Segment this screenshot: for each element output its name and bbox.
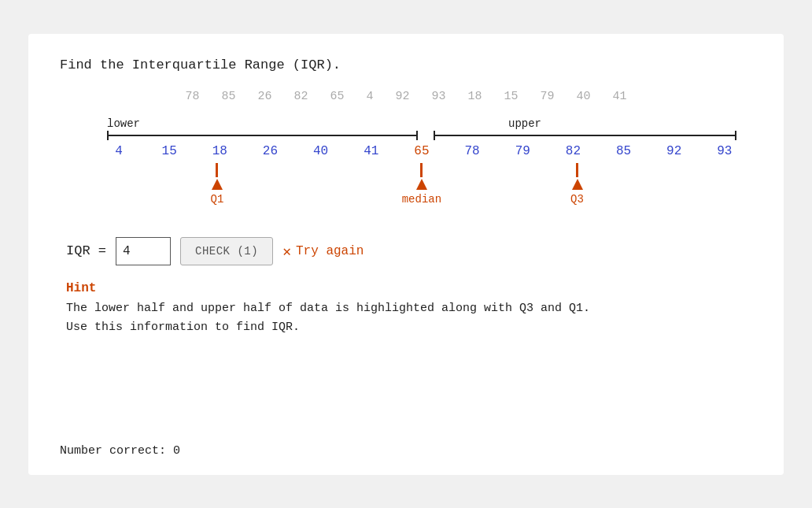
sorted-numbers-row: 4151826404165787982859293 [107, 144, 736, 158]
upper-line [434, 135, 736, 136]
arrow-label-9: Q3 [570, 193, 584, 206]
unsorted-num: 40 [577, 90, 591, 103]
iqr-row: IQR = CHECK (1) ✕ Try again [66, 237, 752, 265]
arrow-item-9: Q3 [566, 163, 589, 206]
arrow-stem-9 [576, 163, 578, 177]
try-again-container: ✕ Try again [282, 243, 364, 260]
arrow-label-2: Q1 [211, 193, 224, 206]
nl-num-3: 26 [258, 144, 282, 158]
arrow-head-2 [212, 179, 223, 190]
unsorted-num: 41 [613, 90, 627, 103]
unsorted-num: 82 [293, 90, 308, 103]
iqr-label: IQR = [66, 243, 106, 258]
nl-num-2: 18 [208, 144, 231, 158]
nl-num-12: 93 [713, 144, 736, 158]
nl-num-7: 78 [460, 144, 484, 158]
arrow-stem-2 [216, 163, 218, 177]
arrow-item-6: median [402, 163, 441, 206]
numberline-area: lower upper 4151826404165787982859293 Q1… [68, 117, 744, 220]
number-correct: Number correct: 0 [60, 444, 180, 458]
iqr-input[interactable] [116, 237, 171, 265]
unsorted-num: 26 [257, 90, 271, 103]
hint-body: The lower half and upper half of data is… [66, 299, 752, 337]
hint-line1: The lower half and upper half of data is… [66, 302, 590, 315]
unsorted-numbers-row: 7885268265492931815794041 [60, 90, 752, 103]
unsorted-num: 65 [330, 90, 344, 103]
unsorted-num: 92 [395, 90, 409, 103]
hint-line2: Use this information to find IQR. [66, 321, 300, 334]
hint-section: Hint The lower half and upper half of da… [66, 281, 752, 337]
nl-num-11: 92 [663, 144, 686, 158]
arrow-item-2: Q1 [205, 163, 229, 206]
main-card: Find the Interquartile Range (IQR). 7885… [28, 34, 784, 475]
arrow-head-9 [572, 179, 583, 190]
unsorted-num: 78 [185, 90, 199, 103]
check-button[interactable]: CHECK (1) [180, 237, 273, 265]
question-title: Find the Interquartile Range (IQR). [60, 57, 752, 72]
nl-num-1: 15 [157, 144, 181, 158]
arrow-area: Q1medianQ3 [107, 163, 736, 206]
nl-num-0: 4 [107, 144, 131, 158]
unsorted-num: 93 [432, 90, 446, 103]
unsorted-num: 4 [366, 90, 373, 103]
nl-num-6: 65 [410, 144, 434, 158]
hint-title: Hint [66, 281, 752, 295]
lower-line [107, 135, 418, 136]
arrow-head-6 [416, 179, 427, 190]
nl-num-8: 79 [511, 144, 534, 158]
nl-num-9: 82 [561, 144, 585, 158]
unsorted-num: 18 [468, 90, 482, 103]
unsorted-num: 85 [221, 90, 235, 103]
nl-num-10: 85 [612, 144, 636, 158]
arrow-label-6: median [402, 193, 441, 206]
unsorted-num: 79 [541, 90, 555, 103]
unsorted-num: 15 [504, 90, 519, 103]
nl-num-5: 41 [360, 144, 383, 158]
x-icon: ✕ [282, 243, 291, 260]
nl-num-4: 40 [309, 144, 333, 158]
lower-label: lower [107, 117, 140, 130]
arrow-stem-6 [420, 163, 423, 177]
try-again-text: Try again [296, 244, 364, 258]
upper-label: upper [508, 117, 541, 130]
